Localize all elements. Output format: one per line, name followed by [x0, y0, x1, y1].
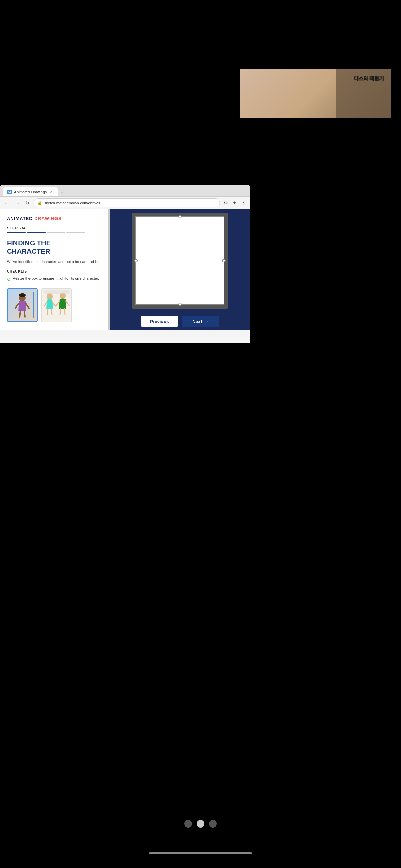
step-description: We've identified the character, and put … [7, 259, 103, 265]
canvas-handle-bottom[interactable] [178, 303, 182, 306]
next-label: Next [192, 319, 202, 324]
home-indicator[interactable] [149, 852, 252, 854]
action-buttons: Previous Next → [113, 316, 247, 327]
svg-point-7 [47, 293, 53, 300]
svg-line-13 [56, 301, 60, 305]
widget-top-black [240, 38, 391, 69]
next-arrow-icon: → [204, 319, 209, 324]
checklist-label: CHECKLIST [7, 269, 103, 273]
step-segment-2 [27, 232, 46, 233]
step-label: STEP 2/4 [7, 226, 103, 230]
svg-rect-17 [44, 290, 70, 294]
lock-icon: 🔒 [37, 201, 42, 205]
checklist-item: ⊙ Resize the box to ensure it tightly fi… [7, 276, 103, 282]
page-dot-1[interactable] [184, 820, 192, 828]
address-bar[interactable]: 🔒 sketch.metademolab.com/canvas [34, 198, 220, 207]
example-image-2[interactable] [41, 288, 72, 322]
canvas-inner[interactable] [135, 216, 224, 305]
canvas-handle-right[interactable] [222, 259, 226, 262]
top-right-widget: 디스의 태원기 [240, 38, 391, 147]
close-window-button[interactable]: × [240, 199, 247, 206]
next-button[interactable]: Next → [182, 316, 219, 327]
left-panel: ANIMATED DRAWINGS STEP 2/4 FINDING THE C… [0, 209, 110, 330]
widget-text-overlay: 디스의 태원기 [354, 75, 384, 82]
brand-animated: ANIMATED [7, 216, 33, 221]
svg-line-16 [64, 309, 65, 314]
page-dot-2[interactable] [197, 820, 204, 828]
canvas-handle-left[interactable] [134, 259, 138, 262]
refresh-button[interactable]: ↻ [23, 199, 32, 207]
selection-box-1 [11, 292, 34, 318]
tab-favicon: Ad [7, 190, 12, 194]
page-dot-3[interactable] [209, 820, 217, 828]
step-segment-1 [7, 232, 26, 233]
step-heading: FINDING THE CHARACTER [7, 239, 103, 255]
brand-title: ANIMATED DRAWINGS [7, 216, 103, 221]
heading-line1: FINDING THE [7, 239, 103, 247]
character-svg-2 [42, 290, 71, 321]
character-image-1 [8, 289, 37, 321]
step-segment-3 [47, 232, 65, 233]
forward-button[interactable]: → [13, 199, 21, 207]
new-tab-button[interactable]: + [58, 188, 66, 196]
page-indicator [184, 820, 217, 828]
brand-drawings: DRAWINGS [34, 216, 62, 221]
browser-tab[interactable]: Ad Animated Drawings × [3, 187, 58, 196]
example-image-1[interactable] [7, 288, 38, 322]
minimize-button[interactable]: — [221, 199, 228, 206]
svg-line-10 [47, 309, 48, 314]
url-text: sketch.metademolab.com/canvas [44, 201, 100, 205]
check-icon: ⊙ [7, 276, 11, 282]
widget-image-area: 디스의 태원기 [240, 69, 391, 118]
heading-line2: CHARACTER [7, 247, 103, 255]
svg-line-15 [60, 309, 61, 314]
canvas-container[interactable]: ✥ [132, 213, 228, 309]
browser-toolbar: ← → ↻ 🔒 sketch.metademolab.com/canvas ⚙ … [0, 197, 250, 209]
step-progress-bar [7, 232, 103, 233]
back-button[interactable]: ← [3, 199, 11, 207]
step-segment-4 [66, 232, 85, 233]
canvas-handle-top[interactable] [178, 215, 182, 218]
previous-button[interactable]: Previous [141, 316, 178, 327]
tab-close-button[interactable]: × [49, 190, 53, 194]
svg-line-11 [51, 309, 52, 314]
maximize-button[interactable]: □ [230, 199, 238, 206]
canvas-area: ✥ Previous Next → [110, 209, 250, 330]
browser-window: Ad Animated Drawings × + — □ × ← → ↻ 🔒 s… [0, 185, 250, 343]
window-controls: — □ × [221, 197, 247, 208]
example-images [7, 288, 103, 322]
checklist-item-text: Resize the box to ensure it tightly fits… [13, 276, 99, 281]
character-image-2 [42, 289, 71, 322]
tab-bar: Ad Animated Drawings × + [0, 185, 250, 197]
browser-content: ANIMATED DRAWINGS STEP 2/4 FINDING THE C… [0, 209, 250, 330]
svg-line-14 [66, 301, 69, 305]
widget-bottom-black [240, 118, 391, 147]
tab-title: Animated Drawings [14, 190, 47, 194]
